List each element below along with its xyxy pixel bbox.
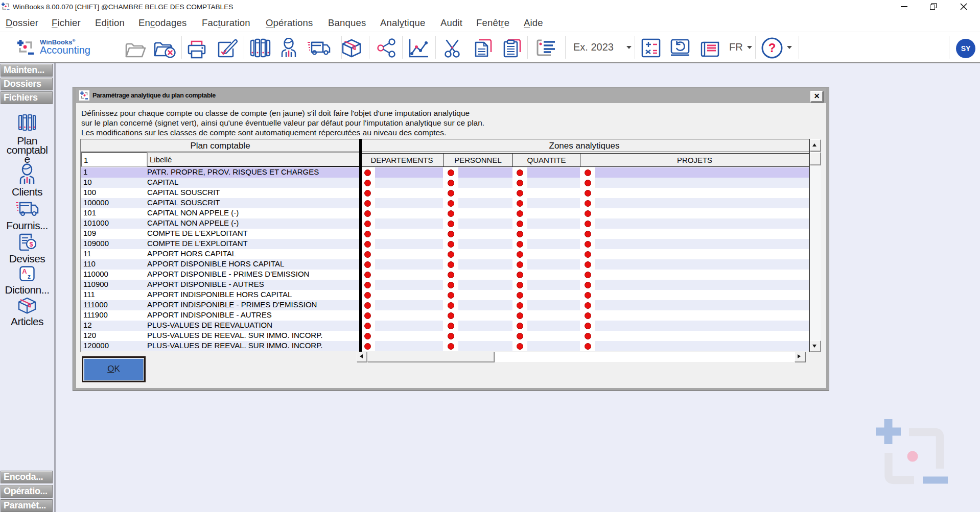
svg-text:z: z (28, 273, 31, 280)
svg-text:?: ? (768, 41, 776, 55)
svg-text:A: A (22, 267, 27, 275)
svg-text:$: $ (29, 240, 33, 248)
